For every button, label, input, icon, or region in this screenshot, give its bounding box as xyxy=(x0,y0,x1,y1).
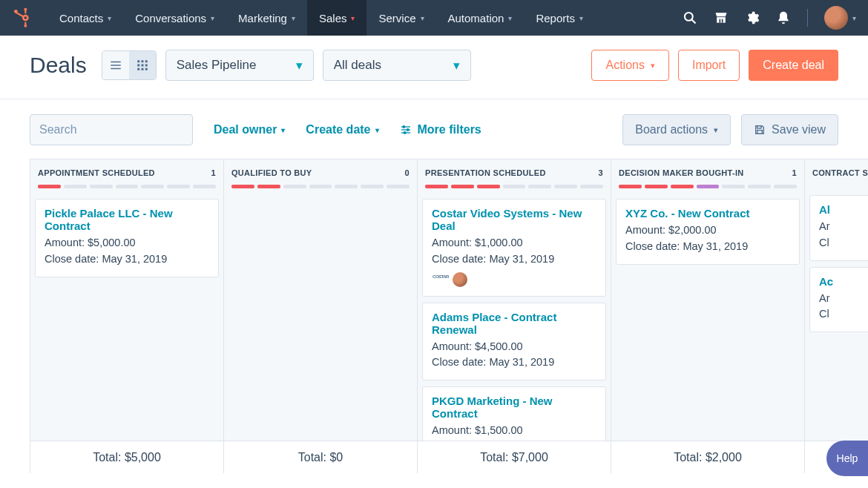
stage-segment xyxy=(64,185,87,188)
marketplace-icon[interactable] xyxy=(714,10,729,25)
help-button[interactable]: Help xyxy=(826,441,868,476)
nav-items: Contacts▾ Conversations▾ Marketing▾ Sale… xyxy=(47,0,595,36)
button-label: Save view xyxy=(772,123,826,136)
deal-card[interactable]: AlArCl xyxy=(809,195,868,261)
deal-close-date: Close date: May 31, 2019 xyxy=(432,251,596,268)
column-body[interactable]: AlArClAcArCl xyxy=(805,191,868,441)
deal-close-date: Close date: May 31, 2019 xyxy=(625,239,790,255)
deal-amount: Amount: $2,000.00 xyxy=(625,222,790,239)
kanban-column: QUALIFIED TO BUY0 xyxy=(223,159,418,441)
stage-segment xyxy=(580,185,603,188)
svg-point-31 xyxy=(407,129,409,131)
kanban-column: DECISION MAKER BOUGHT-IN1XYZ Co. - New C… xyxy=(611,159,805,441)
nav-automation[interactable]: Automation▾ xyxy=(436,0,525,36)
nav-sales[interactable]: Sales▾ xyxy=(307,0,367,36)
stage-segment xyxy=(774,185,797,188)
deal-owner-filter[interactable]: Deal owner ▾ xyxy=(214,123,285,136)
stage-segment xyxy=(116,185,139,188)
stage-segment xyxy=(748,185,771,188)
search-box[interactable] xyxy=(30,114,193,145)
chevron-down-icon: ▾ xyxy=(421,14,424,22)
button-label: Create deal xyxy=(763,59,824,72)
nav-reports[interactable]: Reports▾ xyxy=(524,0,595,36)
nav-label: Contacts xyxy=(59,12,103,24)
column-body[interactable]: Pickle Palace LLC - New ContractAmount: … xyxy=(30,194,223,441)
chevron-down-icon: ▾ xyxy=(651,61,655,70)
column-body[interactable] xyxy=(224,194,417,441)
chevron-down-icon: ▾ xyxy=(852,14,856,22)
nav-marketing[interactable]: Marketing▾ xyxy=(226,0,307,36)
chevron-down-icon: ▾ xyxy=(424,58,460,73)
stage-progress xyxy=(231,185,410,188)
svg-rect-13 xyxy=(111,62,121,63)
column-total: Total: $7,000 xyxy=(417,441,611,473)
create-date-filter[interactable]: Create date ▾ xyxy=(306,123,378,136)
svg-rect-11 xyxy=(720,19,721,23)
notifications-bell-icon[interactable] xyxy=(776,10,791,25)
import-button[interactable]: Import xyxy=(678,50,740,81)
search-icon[interactable] xyxy=(683,10,697,25)
user-avatar xyxy=(824,6,848,30)
deal-card[interactable]: PKGD Marketing - New ContractAmount: $1,… xyxy=(422,386,606,441)
actions-button[interactable]: Actions ▾ xyxy=(591,50,668,81)
list-view-button[interactable] xyxy=(102,51,129,79)
more-filters[interactable]: More filters xyxy=(400,123,481,136)
column-body[interactable]: XYZ Co. - New ContractAmount: $2,000.00C… xyxy=(611,194,804,441)
column-body[interactable]: Costar Video Systems - New DealAmount: $… xyxy=(418,194,611,441)
svg-rect-10 xyxy=(717,17,726,22)
page-title: Deals xyxy=(30,53,87,78)
column-header: CONTRACT SENT xyxy=(805,159,868,191)
deal-card[interactable]: Costar Video Systems - New DealAmount: $… xyxy=(422,199,606,297)
svg-rect-14 xyxy=(111,65,121,66)
deal-close-date: Cl xyxy=(819,306,868,323)
account-menu[interactable]: ▾ xyxy=(824,6,856,30)
column-title: PRESENTATION SCHEDULED xyxy=(425,168,546,177)
svg-rect-20 xyxy=(141,65,143,67)
nav-label: Marketing xyxy=(238,12,287,24)
nav-contacts[interactable]: Contacts▾ xyxy=(47,0,123,36)
stage-segment xyxy=(477,185,500,188)
button-label: Actions xyxy=(605,59,644,72)
deal-title: XYZ Co. - New Contract xyxy=(625,207,790,220)
top-nav: Contacts▾ Conversations▾ Marketing▾ Sale… xyxy=(0,0,868,36)
deal-card[interactable]: XYZ Co. - New ContractAmount: $2,000.00C… xyxy=(616,199,800,265)
deal-amount: Amount: $1,000.00 xyxy=(432,235,596,251)
column-total: Total: $5,000 xyxy=(30,441,224,473)
svg-rect-33 xyxy=(757,126,761,128)
board-actions-button[interactable]: Board actions ▾ xyxy=(622,114,731,145)
stage-segment xyxy=(141,185,164,188)
stage-segment xyxy=(671,185,694,188)
stage-segment xyxy=(231,185,254,188)
search-input[interactable] xyxy=(39,123,188,136)
column-title: CONTRACT SENT xyxy=(812,168,868,177)
deal-card[interactable]: AcArCl xyxy=(809,267,868,333)
nav-label: Automation xyxy=(448,12,504,24)
deal-card[interactable]: Pickle Palace LLC - New ContractAmount: … xyxy=(35,199,219,277)
view-toggle xyxy=(102,50,157,80)
chevron-down-icon: ▾ xyxy=(266,58,303,73)
deal-title: Ac xyxy=(819,275,868,288)
stage-segment xyxy=(335,185,358,188)
deal-amount: Ar xyxy=(819,291,868,307)
board-view-button[interactable] xyxy=(129,51,156,79)
svg-rect-19 xyxy=(137,65,139,67)
svg-line-9 xyxy=(692,20,696,24)
save-view-button[interactable]: Save view xyxy=(741,114,838,145)
hubspot-logo-icon[interactable] xyxy=(12,7,33,28)
nav-conversations[interactable]: Conversations▾ xyxy=(123,0,226,36)
stage-segment xyxy=(425,185,448,188)
svg-point-32 xyxy=(404,132,406,134)
deals-filter-dropdown[interactable]: All deals ▾ xyxy=(323,50,471,81)
stage-progress xyxy=(619,185,797,188)
column-count: 1 xyxy=(792,168,797,177)
svg-rect-12 xyxy=(722,19,723,23)
create-deal-button[interactable]: Create deal xyxy=(749,50,838,81)
kanban-column: CONTRACT SENTAlArClAcArCl xyxy=(804,159,868,441)
settings-gear-icon[interactable] xyxy=(745,10,760,25)
deal-card[interactable]: Adams Place - Contract RenewalAmount: $4… xyxy=(422,303,606,381)
stage-segment xyxy=(451,185,474,188)
nav-service[interactable]: Service▾ xyxy=(366,0,435,36)
filter-label: Create date xyxy=(306,123,370,136)
pipeline-dropdown[interactable]: Sales Pipeline ▾ xyxy=(165,50,314,81)
svg-rect-22 xyxy=(137,68,139,70)
